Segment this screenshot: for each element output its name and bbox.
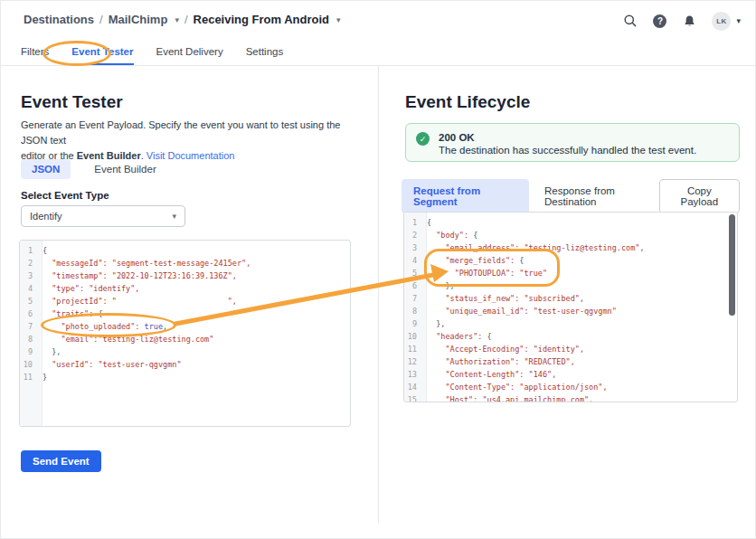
request-payload-viewer[interactable]: 1{2 "body": {3 "email_address": "testing… [403,212,738,402]
panel-divider [378,66,379,523]
user-menu[interactable]: LK ▾ [712,12,741,31]
tab-request-from-segment[interactable]: Request from Segment [402,179,529,213]
success-check-icon: ✓ [416,132,430,146]
event-tester-description: Generate an Event Payload. Specify the e… [21,118,357,164]
tab-json[interactable]: JSON [21,159,71,179]
destination-tabbar: Filters Event Tester Event Delivery Sett… [1,37,755,66]
json-payload-editor[interactable]: 1{2 "messageId": "segment-test-message-2… [19,240,351,427]
breadcrumb-mailchimp[interactable]: MailChimp [109,13,168,26]
tab-event-builder[interactable]: Event Builder [94,164,156,175]
send-event-button[interactable]: Send Event [21,450,101,472]
event-type-selected-value: Identify [30,211,61,222]
tab-filters[interactable]: Filters [21,37,49,65]
payload-view-controls: Request from Segment Response from Desti… [402,179,740,213]
help-icon[interactable]: ? [652,14,667,29]
editor-scrollbar[interactable] [729,214,735,316]
success-banner: ✓ 200 OK The destination has successfull… [405,123,740,162]
right-panel-title: Event Lifecycle [405,92,530,112]
copy-payload-button[interactable]: Copy Payload [659,179,740,213]
header-actions: ? LK ▾ [622,10,741,32]
tab-event-tester[interactable]: Event Tester [71,37,133,65]
breadcrumb-page-caret-icon[interactable]: ▾ [336,15,341,24]
search-icon[interactable] [622,14,638,29]
status-message: The destination has successfully handled… [439,144,696,156]
select-event-type-label: Select Event Type [21,190,109,201]
event-type-select[interactable]: Identify ▾ [21,205,185,227]
breadcrumb-app-caret-icon[interactable]: ▾ [175,15,179,24]
left-panel-title: Event Tester [21,92,123,112]
breadcrumb-current-page[interactable]: Receiving From Android [194,13,329,26]
user-menu-caret-icon: ▾ [736,16,741,25]
avatar: LK [712,12,731,31]
breadcrumb: Destinations / MailChimp ▾ / Receiving F… [24,13,341,26]
select-caret-icon: ▾ [172,212,176,221]
breadcrumb-separator: / [99,13,103,26]
breadcrumb-destinations[interactable]: Destinations [24,13,94,26]
notification-bell-icon[interactable] [682,14,697,29]
left-code-editor-lines: 1{2 "messageId": "segment-test-message-2… [20,241,350,383]
right-code-editor-lines: 1{2 "body": {3 "email_address": "testing… [404,213,737,402]
tab-response-from-destination[interactable]: Response from Destination [544,185,659,207]
editor-mode-tabs: JSON Event Builder [21,159,156,179]
status-code: 200 OK [439,131,696,144]
tab-event-delivery[interactable]: Event Delivery [156,37,223,65]
breadcrumb-separator-2: / [184,13,188,26]
visit-documentation-link[interactable]: Visit Documentation [146,150,235,161]
event-tester-page: Destinations / MailChimp ▾ / Receiving F… [0,0,756,539]
tab-settings[interactable]: Settings [246,37,284,65]
